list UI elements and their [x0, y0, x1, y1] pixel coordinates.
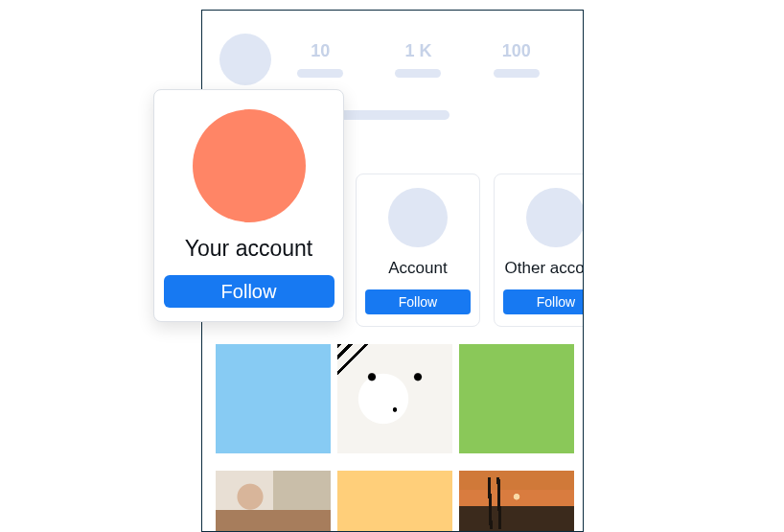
stat-value: 100 [502, 41, 531, 61]
follow-button[interactable]: Follow [164, 275, 334, 308]
stat-label-placeholder [297, 69, 343, 78]
post-thumbnail[interactable] [459, 344, 574, 453]
account-popover: Your account Follow [153, 89, 344, 322]
follow-button[interactable]: Follow [365, 289, 471, 314]
suggested-account-card[interactable]: Other account Follow [494, 173, 584, 327]
your-account-avatar [193, 109, 306, 222]
stat-value: 1 K [404, 41, 431, 61]
stat-item[interactable]: 10 [297, 41, 343, 78]
post-thumbnail[interactable] [216, 344, 331, 453]
avatar-placeholder [526, 188, 584, 247]
stat-item[interactable]: 1 K [395, 41, 441, 78]
account-name: Account [388, 259, 447, 278]
profile-header: 10 1 K 100 [202, 11, 583, 93]
stat-item[interactable]: 100 [494, 41, 540, 78]
stat-label-placeholder [494, 69, 540, 78]
profile-avatar[interactable] [219, 34, 271, 85]
popover-title: Your account [185, 236, 312, 262]
post-thumbnail[interactable] [337, 344, 452, 453]
profile-stats: 10 1 K 100 [271, 34, 565, 78]
follow-button[interactable]: Follow [503, 289, 584, 314]
suggested-account-card[interactable]: Account Follow [356, 173, 480, 327]
stat-label-placeholder [395, 69, 441, 78]
post-thumbnail[interactable] [459, 471, 574, 532]
avatar-placeholder [388, 188, 448, 247]
post-grid [202, 453, 583, 532]
stat-value: 10 [311, 41, 330, 61]
post-thumbnail[interactable] [337, 471, 452, 532]
post-thumbnail[interactable] [216, 471, 331, 532]
account-name: Other account [505, 259, 584, 278]
post-grid [202, 327, 583, 453]
